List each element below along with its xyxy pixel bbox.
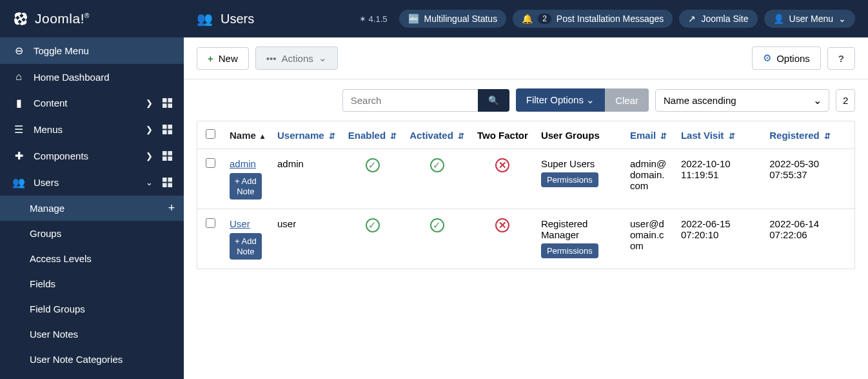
button-label: Filter Options bbox=[526, 94, 584, 105]
email-cell: user@domain.com bbox=[624, 209, 675, 269]
search-button[interactable]: 🔍 bbox=[478, 89, 509, 112]
col-registered[interactable]: Registered ⇵ bbox=[763, 121, 854, 149]
toggle-menu[interactable]: ⊖ Toggle Menu bbox=[0, 37, 184, 64]
sub-item-groups[interactable]: Groups bbox=[0, 221, 184, 246]
sidebar-item-home[interactable]: ⌂ Home Dashboard bbox=[0, 64, 184, 90]
activated-icon[interactable]: ✓ bbox=[430, 218, 444, 232]
dashboard-icon[interactable] bbox=[163, 151, 172, 161]
sidebar-item-users[interactable]: 👥 Users ⌄ bbox=[0, 169, 184, 196]
users-icon: 👥 bbox=[197, 11, 213, 26]
button-label: Actions bbox=[282, 53, 313, 64]
chevron-right-icon: ❯ bbox=[146, 151, 153, 161]
svg-rect-13 bbox=[168, 178, 172, 182]
svg-rect-10 bbox=[163, 156, 167, 161]
toolbar: + New ••• Actions ⌄ ⚙ Options ? bbox=[184, 37, 868, 79]
row-checkbox[interactable] bbox=[206, 158, 215, 168]
user-menu-button[interactable]: 👤 User Menu ⌄ bbox=[764, 10, 855, 28]
sub-label: Manage bbox=[30, 203, 64, 214]
sub-item-access-levels[interactable]: Access Levels bbox=[0, 246, 184, 271]
sub-item-manage[interactable]: Manage + bbox=[0, 196, 184, 221]
chevron-down-icon: ⌄ bbox=[146, 178, 153, 187]
sort-icon: ⇵ bbox=[729, 132, 735, 141]
sub-item-user-note-categories[interactable]: User Note Categories bbox=[0, 347, 184, 372]
pill-label: Post Installation Messages bbox=[557, 14, 664, 24]
add-note-button[interactable]: + AddNote bbox=[230, 173, 262, 200]
twofactor-disabled-icon[interactable]: ✕ bbox=[495, 158, 509, 172]
chevron-down-icon: ⌄ bbox=[319, 52, 327, 64]
user-name-link[interactable]: User bbox=[230, 218, 250, 229]
site-link-button[interactable]: ↗ Joomla Site bbox=[679, 10, 757, 28]
add-icon[interactable]: + bbox=[159, 196, 184, 221]
groups-text: Registered Manager bbox=[541, 218, 588, 240]
sub-label: User Note Categories bbox=[30, 354, 123, 365]
groups-text: Super Users bbox=[541, 158, 595, 169]
sub-item-fields[interactable]: Fields bbox=[0, 271, 184, 296]
actions-button[interactable]: ••• Actions ⌄ bbox=[255, 46, 338, 70]
file-icon: ▮ bbox=[12, 97, 26, 109]
search-input[interactable] bbox=[342, 89, 478, 112]
col-username[interactable]: Username ⇵ bbox=[271, 121, 342, 149]
username-cell: user bbox=[271, 209, 342, 269]
plus-icon: + bbox=[208, 53, 213, 64]
col-groups: User Groups bbox=[535, 121, 624, 149]
col-email[interactable]: Email ⇵ bbox=[624, 121, 675, 149]
sidebar-label: Menus bbox=[34, 124, 146, 135]
select-all-checkbox[interactable] bbox=[206, 129, 215, 139]
col-activated[interactable]: Activated ⇵ bbox=[403, 121, 471, 149]
dashboard-icon[interactable] bbox=[163, 125, 172, 134]
registered-cell: 2022-05-30 07:55:37 bbox=[763, 149, 854, 209]
permissions-button[interactable]: Permissions bbox=[541, 172, 598, 187]
post-install-messages-button[interactable]: 🔔 2 Post Installation Messages bbox=[513, 10, 673, 28]
sidebar-submenu-users: Manage + Groups Access Levels Fields Fie… bbox=[0, 196, 184, 372]
svg-rect-15 bbox=[168, 183, 172, 187]
row-checkbox[interactable] bbox=[206, 218, 215, 228]
svg-rect-8 bbox=[163, 151, 167, 156]
svg-rect-12 bbox=[163, 178, 167, 182]
sort-icon: ⇵ bbox=[458, 132, 464, 141]
users-table: Name ▴ Username ⇵ Enabled ⇵ Activated ⇵ … bbox=[197, 121, 855, 269]
twofactor-disabled-icon[interactable]: ✕ bbox=[495, 218, 509, 232]
sidebar-item-components[interactable]: ✚ Components ❯ bbox=[0, 143, 184, 169]
sidebar-item-menus[interactable]: ☰ Menus ❯ bbox=[0, 116, 184, 143]
options-button[interactable]: ⚙ Options bbox=[752, 46, 821, 70]
dashboard-icon[interactable] bbox=[163, 98, 172, 108]
enabled-icon[interactable]: ✓ bbox=[366, 158, 380, 172]
col-lastvisit[interactable]: Last Visit ⇵ bbox=[675, 121, 763, 149]
sidebar: Joomla!® ⊖ Toggle Menu ⌂ Home Dashboard … bbox=[0, 0, 184, 379]
svg-rect-0 bbox=[163, 98, 167, 103]
col-twofactor: Two Factor bbox=[471, 121, 535, 149]
ellipsis-icon: ••• bbox=[266, 53, 277, 64]
bell-icon: 🔔 bbox=[522, 14, 533, 24]
sidebar-item-content[interactable]: ▮ Content ❯ bbox=[0, 90, 184, 116]
new-button[interactable]: + New bbox=[197, 47, 249, 70]
enabled-icon[interactable]: ✓ bbox=[366, 218, 380, 232]
svg-rect-11 bbox=[168, 156, 172, 161]
col-name[interactable]: Name ▴ bbox=[223, 121, 271, 149]
clear-button[interactable]: Clear bbox=[605, 88, 649, 112]
sub-item-field-groups[interactable]: Field Groups bbox=[0, 296, 184, 322]
sub-item-user-notes[interactable]: User Notes bbox=[0, 322, 184, 347]
sort-select[interactable]: Name ascending bbox=[655, 89, 829, 112]
sub-label: User Notes bbox=[30, 329, 78, 340]
plus-icon: + bbox=[235, 176, 240, 187]
users-icon: 👥 bbox=[12, 176, 26, 189]
multilingual-status-button[interactable]: 🔤 Multilingual Status bbox=[399, 10, 507, 28]
svg-rect-2 bbox=[163, 103, 167, 108]
chevron-right-icon: ❯ bbox=[146, 125, 153, 134]
svg-rect-5 bbox=[168, 125, 172, 129]
add-note-button[interactable]: + AddNote bbox=[230, 233, 262, 260]
activated-icon[interactable]: ✓ bbox=[430, 158, 444, 172]
help-button[interactable]: ? bbox=[827, 47, 855, 70]
toggle-icon: ⊖ bbox=[12, 45, 26, 57]
col-enabled[interactable]: Enabled ⇵ bbox=[342, 121, 404, 149]
svg-rect-1 bbox=[168, 98, 172, 103]
sidebar-label: Users bbox=[34, 177, 146, 188]
sub-label: Field Groups bbox=[30, 303, 85, 314]
toggle-menu-label: Toggle Menu bbox=[34, 45, 172, 56]
filter-options-button[interactable]: Filter Options ⌄ bbox=[516, 88, 605, 112]
permissions-button[interactable]: Permissions bbox=[541, 243, 598, 258]
limit-select[interactable]: 2 bbox=[836, 89, 855, 112]
user-name-link[interactable]: admin bbox=[230, 158, 256, 169]
dashboard-icon[interactable] bbox=[163, 178, 172, 187]
brand-logo[interactable]: Joomla!® bbox=[0, 0, 184, 37]
